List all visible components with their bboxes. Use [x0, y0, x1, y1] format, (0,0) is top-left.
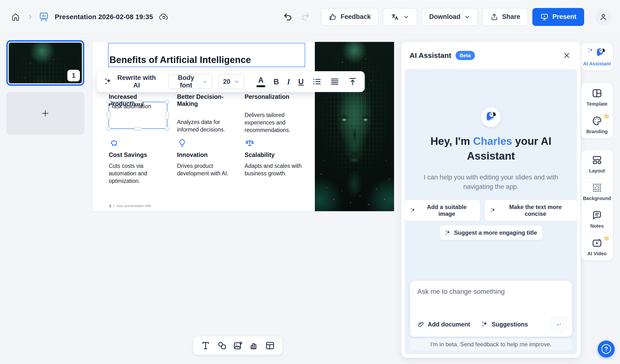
insert-image-button[interactable]	[232, 340, 243, 351]
align-button[interactable]	[330, 77, 340, 87]
underline-button[interactable]: U	[298, 78, 304, 86]
sidebar-item-template[interactable]: Template	[581, 83, 613, 111]
parrot-icon	[485, 111, 497, 123]
vertical-align-button[interactable]	[348, 77, 357, 87]
add-document-label: Add document	[428, 321, 470, 328]
card-title: Personalization	[245, 93, 305, 100]
card-scalability[interactable]: Scalability Adapts and scales with busin…	[245, 138, 305, 177]
translate-button[interactable]	[383, 8, 417, 26]
sidebar-item-branding[interactable]: Branding	[581, 111, 613, 138]
card-body: Adapts and scales with business growth.	[245, 162, 302, 177]
close-icon	[563, 51, 571, 60]
insert-table-button[interactable]	[264, 340, 276, 351]
card-better-decision-making[interactable]: Better Decision-Making Analyzes data for…	[177, 93, 240, 134]
sidebar-item-label: Notes	[590, 223, 604, 229]
presentation-title[interactable]: Presentation 2026-02-08 19:35	[55, 13, 153, 21]
suggestions-button[interactable]: Suggestions	[481, 321, 528, 328]
resize-handle-e[interactable]	[166, 111, 169, 119]
chevron-down-icon	[403, 14, 409, 20]
suggestions-label: Suggestions	[492, 321, 528, 328]
add-document-button[interactable]: Add document	[417, 321, 470, 328]
text-color-swatch	[256, 85, 265, 87]
align-justify-icon	[330, 77, 340, 87]
ai-greeting: Hey, I'm Charles your AI Assistant	[418, 134, 564, 163]
account-button[interactable]	[595, 9, 611, 25]
template-icon	[591, 88, 603, 99]
undo-button[interactable]	[281, 10, 295, 24]
question-icon: ?	[601, 344, 611, 354]
resize-handle-nw[interactable]	[107, 100, 111, 104]
slide-canvas[interactable]: Benefits of Artificial Intelligence Incr…	[93, 42, 394, 211]
card-body: Cuts costs via automation and optimizati…	[109, 162, 169, 184]
slide-title: Benefits of Artificial Intelligence	[109, 55, 251, 65]
chip-label: Add a suitable image	[419, 204, 475, 217]
rail-card-ai-assistant: AI Assistant	[581, 43, 613, 71]
thumbs-up-icon	[329, 13, 337, 21]
chip-suggest-engaging-title[interactable]: Suggest a more engaging title	[440, 226, 542, 240]
card-innovation[interactable]: Innovation Drives product development wi…	[177, 138, 240, 177]
chip-add-suitable-image[interactable]: Add a suitable image	[405, 200, 480, 221]
resize-handle-sw[interactable]	[107, 127, 111, 131]
home-button[interactable]	[9, 10, 22, 24]
card-body: Drives product development with AI.	[177, 162, 229, 177]
slide-thumbnail-preview: Benefits of Artificial Intelligence Incr…	[9, 43, 82, 83]
help-button[interactable]: ?	[598, 340, 615, 357]
sidebar-item-notes[interactable]: Notes	[581, 205, 613, 233]
slide-thumbnail-1[interactable]: Benefits of Artificial Intelligence Incr…	[6, 40, 84, 86]
share-upload-icon	[490, 13, 498, 21]
feedback-button[interactable]: Feedback	[321, 8, 379, 26]
font-family-select[interactable]: Body font	[168, 74, 213, 89]
resize-handle-se[interactable]	[165, 127, 169, 131]
chip-make-text-concise[interactable]: Make the text more concise	[485, 200, 577, 221]
layout-icon	[591, 154, 603, 166]
sidebar-item-background[interactable]: Background	[581, 178, 613, 205]
card-personalization[interactable]: Personalization Delivers tailored experi…	[245, 93, 305, 134]
sidebar-item-ai-assistant[interactable]: AI Assistant	[581, 43, 613, 71]
present-icon	[540, 13, 549, 21]
send-prompt-button[interactable]	[551, 317, 567, 331]
home-icon	[11, 12, 20, 22]
present-button[interactable]: Present	[532, 8, 584, 26]
parrot-icon	[595, 47, 606, 59]
selected-textbox[interactable]: Task automation	[108, 102, 167, 129]
sidebar-item-label: Branding	[586, 129, 608, 135]
italic-button[interactable]: I	[287, 78, 290, 86]
lightbulb-icon	[177, 138, 187, 148]
font-size-value: 20	[223, 78, 230, 86]
resize-handle-ne[interactable]	[165, 100, 169, 104]
bold-button[interactable]: B	[273, 78, 279, 86]
text-color-button[interactable]: A	[256, 76, 265, 87]
close-ai-panel-button[interactable]	[561, 50, 572, 61]
ai-prompt-input[interactable]	[410, 281, 572, 310]
download-label: Download	[429, 13, 460, 21]
insert-shape-button[interactable]	[216, 340, 227, 351]
sidebar-item-ai-video[interactable]: AI Video	[581, 233, 613, 260]
rail-card-tools: Layout Background Notes AI Video	[581, 150, 613, 260]
feedback-label: Feedback	[341, 13, 371, 21]
slide-title-textbox[interactable]: Benefits of Artificial Intelligence	[108, 43, 305, 67]
resize-handle-w[interactable]	[107, 111, 110, 119]
shapes-icon	[217, 340, 227, 351]
font-size-select[interactable]: 20	[218, 74, 244, 89]
insert-chart-button[interactable]	[248, 340, 260, 351]
piggy-bank-icon	[109, 138, 119, 148]
beta-badge: Beta	[456, 51, 475, 60]
present-label: Present	[552, 13, 576, 21]
rewrite-with-ai-button[interactable]: Rewrite with AI	[104, 74, 157, 89]
resize-handle-s[interactable]	[134, 127, 142, 130]
sidebar-item-layout[interactable]: Layout	[581, 150, 613, 178]
insert-text-button[interactable]	[200, 340, 211, 351]
ai-input-actions: Add document Suggestions	[417, 317, 567, 331]
slide-image-ai-face[interactable]	[315, 42, 394, 211]
share-button[interactable]: Share	[482, 8, 528, 26]
rewrite-label: Rewrite with AI	[116, 74, 157, 89]
add-slide-button[interactable]	[6, 92, 84, 135]
resize-handle-n[interactable]	[134, 100, 142, 103]
download-button[interactable]: Download	[421, 8, 478, 26]
card-cost-savings[interactable]: Cost Savings Cuts costs via automation a…	[109, 138, 171, 184]
presentation-doc-icon: AI	[38, 11, 49, 23]
chevron-down-icon	[234, 79, 240, 85]
bullet-list-button[interactable]	[312, 77, 322, 87]
redo-button[interactable]	[298, 10, 313, 24]
sidebar-item-label: AI Assistant	[583, 61, 611, 67]
